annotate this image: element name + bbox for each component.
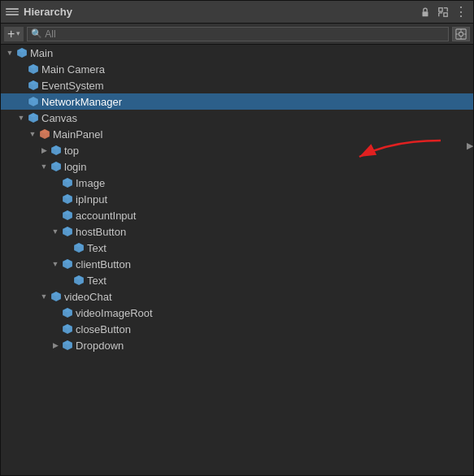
panel-header: Hierarchy ⋮ <box>1 1 473 24</box>
cube-icon-canvas <box>27 111 40 124</box>
cube-icon-host-button-text <box>72 241 85 254</box>
item-label-video-chat: videoChat <box>64 291 112 303</box>
cube-icon-account-input <box>61 209 74 222</box>
item-label-main: Main <box>30 47 53 59</box>
tree-item-ip-input[interactable]: ipInput <box>1 191 473 207</box>
item-label-image: Image <box>76 177 105 189</box>
item-label-client-button: clientButton <box>76 258 131 270</box>
cube-icon-ip-input <box>61 193 74 206</box>
search-icon: 🔍 <box>31 28 42 39</box>
svg-rect-0 <box>423 11 428 16</box>
tree-arrow-canvas[interactable] <box>15 112 27 123</box>
cube-icon-login <box>50 160 63 173</box>
tree-item-main[interactable]: Main <box>1 45 473 61</box>
toolbar: + ▾ 🔍 All <box>1 24 473 45</box>
search-box[interactable]: 🔍 All <box>27 27 449 41</box>
svg-point-8 <box>459 32 463 36</box>
tree-item-network-manager[interactable]: NetworkManager <box>1 93 473 110</box>
panel-title: Hierarchy <box>24 6 72 18</box>
tree-item-client-button[interactable]: clientButton <box>1 256 473 272</box>
item-label-main-camera: Main Camera <box>41 63 105 76</box>
cube-icon-host-button <box>61 225 74 238</box>
cube-icon-dropdown <box>61 339 74 352</box>
tree-arrow-main-panel[interactable] <box>27 128 38 140</box>
tree-item-client-button-text[interactable]: Text <box>1 272 473 288</box>
search-placeholder: All <box>45 28 55 40</box>
item-label-host-button: hostButton <box>76 226 126 238</box>
svg-rect-2 <box>444 12 447 15</box>
scene-view-button[interactable] <box>452 27 470 41</box>
tree-item-host-button-text[interactable]: Text <box>1 240 473 256</box>
item-label-login: login <box>64 161 86 173</box>
header-left: Hierarchy <box>6 6 418 19</box>
item-label-client-button-text: Text <box>87 275 107 287</box>
tree-item-image[interactable]: Image <box>1 175 473 191</box>
more-icon[interactable]: ⋮ <box>454 5 468 19</box>
tree-item-dropdown[interactable]: Dropdown <box>1 337 473 353</box>
lock-icon[interactable] <box>418 5 433 19</box>
tree-arrow-login[interactable] <box>38 161 50 172</box>
svg-rect-1 <box>439 7 442 11</box>
item-label-dropdown: Dropdown <box>76 340 124 352</box>
cube-icon-image <box>61 176 74 189</box>
tree-item-video-image-root[interactable]: videoImageRoot <box>1 305 473 321</box>
hamburger-icon <box>6 6 19 19</box>
tree-item-top[interactable]: top <box>1 142 473 158</box>
tree-item-host-button[interactable]: hostButton <box>1 223 473 240</box>
header-right: ⋮ <box>418 5 468 19</box>
cube-icon-client-button-text <box>72 274 85 287</box>
hierarchy-tree: Main Main Camera EventSystem NetworkMana… <box>1 45 473 353</box>
cube-icon-event-system <box>27 79 40 92</box>
tree-item-account-input[interactable]: accountInput <box>1 207 473 223</box>
item-label-close-button: closeButton <box>76 323 131 335</box>
tree-item-main-panel[interactable]: MainPanel <box>1 126 473 142</box>
cube-icon-main-panel <box>38 128 51 141</box>
cube-icon-main <box>15 46 28 59</box>
item-label-account-input: accountInput <box>76 210 136 222</box>
tree-item-video-chat[interactable]: videoChat <box>1 288 473 305</box>
cube-icon-top <box>50 144 63 157</box>
add-button[interactable]: + ▾ <box>4 27 24 41</box>
tree-arrow-main[interactable] <box>4 47 15 58</box>
cube-icon-video-chat <box>50 290 63 303</box>
cube-icon-client-button <box>61 257 74 270</box>
tree-item-login[interactable]: login <box>1 158 473 175</box>
tree-item-canvas[interactable]: Canvas <box>1 110 473 126</box>
item-label-ip-input: ipInput <box>76 193 107 206</box>
cube-icon-close-button <box>61 322 74 335</box>
tree-item-event-system[interactable]: EventSystem <box>1 77 473 93</box>
add-dropdown-arrow: ▾ <box>16 30 20 37</box>
tree-item-main-camera[interactable]: Main Camera <box>1 61 473 77</box>
tree-arrow-host-button[interactable] <box>50 226 61 237</box>
tree-arrow-client-button[interactable] <box>50 258 61 270</box>
tree-item-close-button[interactable]: closeButton <box>1 321 473 337</box>
hierarchy-panel: Hierarchy ⋮ + ▾ <box>0 0 474 476</box>
tree-arrow-video-chat[interactable] <box>38 291 50 302</box>
add-plus-icon: + <box>7 28 15 41</box>
cube-icon-network-manager <box>27 95 40 108</box>
cube-icon-main-camera <box>27 63 40 76</box>
tree-arrow-dropdown[interactable] <box>50 340 61 351</box>
tree-arrow-top[interactable] <box>38 145 50 156</box>
item-label-video-image-root: videoImageRoot <box>76 307 153 319</box>
maximize-icon[interactable] <box>436 5 450 19</box>
item-label-top: top <box>64 145 79 157</box>
cube-icon-video-image-root <box>61 306 74 319</box>
item-label-event-system: EventSystem <box>41 80 104 92</box>
item-label-network-manager: NetworkManager <box>41 96 122 108</box>
item-label-canvas: Canvas <box>41 112 77 124</box>
item-label-host-button-text: Text <box>87 242 107 254</box>
item-label-main-panel: MainPanel <box>53 128 102 141</box>
